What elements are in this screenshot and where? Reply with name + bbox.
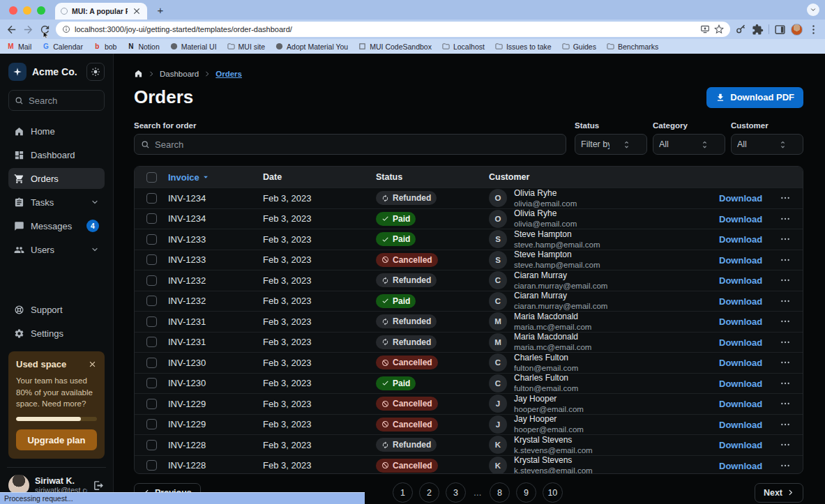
browser-menu-icon[interactable] [808, 24, 819, 36]
install-app-icon[interactable] [700, 24, 710, 34]
theme-toggle-button[interactable] [86, 63, 105, 81]
password-manager-icon[interactable] [735, 24, 747, 36]
home-icon[interactable] [134, 69, 143, 78]
sidebar-item-support[interactable]: Support [8, 300, 105, 321]
row-checkbox[interactable] [146, 213, 157, 224]
forward-button[interactable] [22, 24, 34, 36]
download-link[interactable]: Download [719, 275, 762, 286]
sidebar-item-home[interactable]: Home [8, 121, 105, 142]
breadcrumb-dashboard[interactable]: Dashboard [160, 70, 199, 78]
download-link[interactable]: Download [719, 440, 762, 450]
bookmark-star-icon[interactable] [714, 24, 724, 34]
sidebar-item-settings[interactable]: Settings [8, 323, 105, 344]
close-icon[interactable] [88, 360, 97, 369]
column-header-invoice[interactable]: Invoice [168, 172, 263, 183]
download-link[interactable]: Download [719, 234, 762, 245]
sidebar-search-input[interactable]: Search [8, 90, 105, 111]
bookmark-item[interactable]: MUI site [227, 43, 266, 51]
page-button-10[interactable]: 10 [543, 482, 563, 503]
row-checkbox[interactable] [146, 399, 157, 409]
row-menu-icon[interactable] [778, 335, 793, 350]
customer-filter-select[interactable]: All [731, 134, 803, 155]
maximize-window-button[interactable] [37, 6, 45, 15]
row-menu-icon[interactable] [778, 437, 793, 452]
logout-icon[interactable] [93, 480, 105, 491]
sidebar-item-messages[interactable]: Messages4 [8, 215, 105, 236]
category-filter-select[interactable]: All [653, 134, 725, 155]
browser-tab[interactable]: MUI: A popular React UI fram [55, 3, 147, 20]
download-link[interactable]: Download [719, 255, 762, 266]
row-checkbox[interactable] [146, 316, 157, 327]
download-link[interactable]: Download [719, 379, 762, 389]
page-button-9[interactable]: 9 [516, 482, 536, 503]
new-tab-button[interactable]: + [153, 2, 168, 17]
bookmark-item[interactable]: bbob [93, 43, 117, 51]
row-menu-icon[interactable] [778, 252, 793, 268]
bookmark-item[interactable]: Guides [562, 43, 596, 51]
row-checkbox[interactable] [146, 440, 157, 450]
page-button-8[interactable]: 8 [490, 482, 510, 503]
minimize-window-button[interactable] [23, 6, 31, 15]
row-menu-icon[interactable] [778, 293, 793, 309]
download-link[interactable]: Download [719, 420, 762, 430]
order-search-input[interactable]: Search [134, 134, 566, 155]
download-link[interactable]: Download [719, 193, 762, 204]
bookmark-item[interactable]: Localhost [442, 43, 485, 51]
row-menu-icon[interactable] [778, 417, 793, 432]
browser-profile-avatar[interactable] [791, 24, 803, 36]
extensions-icon[interactable] [752, 24, 764, 36]
status-filter-select[interactable]: Filter by status [575, 134, 647, 155]
row-menu-icon[interactable] [778, 376, 793, 391]
download-pdf-button[interactable]: Download PDF [706, 87, 803, 108]
sidebar-item-tasks[interactable]: Tasks [8, 192, 105, 213]
bookmark-item[interactable]: GCalendar [42, 43, 83, 51]
download-link[interactable]: Download [719, 399, 762, 409]
sidebar-item-dashboard[interactable]: Dashboard [8, 144, 105, 165]
row-checkbox[interactable] [146, 193, 157, 204]
side-panel-icon[interactable] [774, 24, 786, 36]
download-link[interactable]: Download [719, 461, 762, 471]
row-menu-icon[interactable] [778, 314, 793, 329]
bookmark-item[interactable]: MUI CodeSandbox [358, 43, 432, 51]
sidebar-item-users[interactable]: Users [8, 239, 105, 260]
site-info-icon[interactable] [62, 25, 70, 33]
row-menu-icon[interactable] [778, 231, 793, 247]
download-link[interactable]: Download [719, 358, 762, 368]
row-menu-icon[interactable] [778, 458, 793, 473]
tab-search-chevron-icon[interactable] [807, 3, 819, 16]
row-checkbox[interactable] [146, 460, 157, 471]
row-checkbox[interactable] [146, 419, 157, 429]
bookmark-item[interactable]: Issues to take [495, 43, 552, 51]
url-bar[interactable]: localhost:3000/joy-ui/getting-started/te… [56, 22, 730, 37]
row-checkbox[interactable] [146, 254, 157, 265]
tab-close-icon[interactable] [132, 6, 142, 16]
row-checkbox[interactable] [146, 337, 157, 347]
select-all-checkbox[interactable] [146, 172, 157, 183]
breadcrumb-orders[interactable]: Orders [215, 70, 242, 78]
download-link[interactable]: Download [719, 296, 762, 307]
bookmark-item[interactable]: Adopt Material You [275, 43, 348, 51]
bookmark-item[interactable]: Benchmarks [607, 43, 658, 51]
row-menu-icon[interactable] [778, 190, 793, 206]
sidebar-item-orders[interactable]: Orders [8, 168, 105, 189]
close-window-button[interactable] [9, 6, 17, 15]
next-page-button[interactable]: Next [755, 483, 803, 503]
upgrade-plan-button[interactable]: Upgrade plan [16, 429, 97, 450]
page-button-2[interactable]: 2 [419, 482, 439, 503]
row-checkbox[interactable] [146, 378, 157, 388]
row-checkbox[interactable] [146, 275, 157, 286]
row-checkbox[interactable] [146, 296, 157, 306]
back-button[interactable] [6, 24, 17, 36]
reload-button[interactable] [39, 24, 51, 36]
row-menu-icon[interactable] [778, 396, 793, 411]
download-link[interactable]: Download [719, 337, 762, 348]
download-link[interactable]: Download [719, 214, 762, 224]
bookmark-item[interactable]: NNotion [127, 43, 159, 51]
row-menu-icon[interactable] [778, 273, 793, 288]
row-menu-icon[interactable] [778, 355, 793, 370]
row-menu-icon[interactable] [778, 211, 793, 227]
row-checkbox[interactable] [146, 358, 157, 368]
bookmark-item[interactable]: MMail [7, 43, 31, 51]
download-link[interactable]: Download [719, 316, 762, 327]
page-button-3[interactable]: 3 [446, 482, 466, 503]
